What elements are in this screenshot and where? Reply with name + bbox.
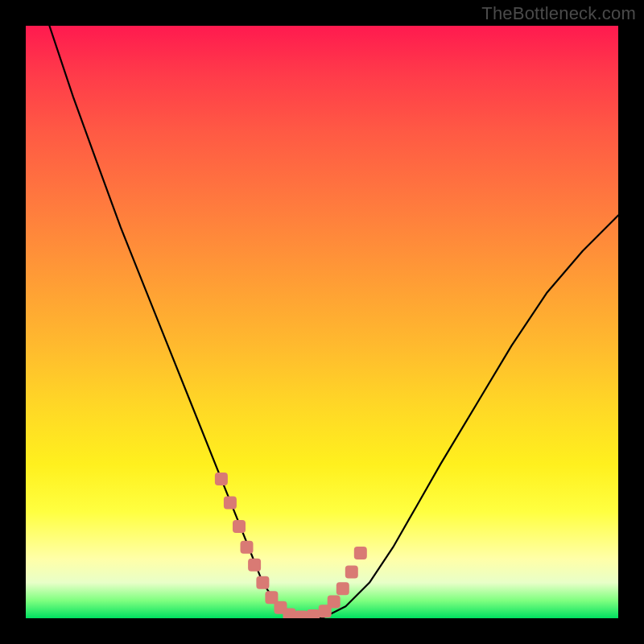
highlight-marker <box>283 609 296 618</box>
highlight-marker <box>256 576 269 589</box>
chart-frame: TheBottleneck.com <box>0 0 644 644</box>
highlight-marker <box>224 497 237 510</box>
highlight-marker <box>295 611 308 619</box>
highlight-marker <box>233 520 246 533</box>
watermark-text: TheBottleneck.com <box>481 3 636 24</box>
highlight-marker <box>241 541 254 554</box>
curve-layer <box>49 26 618 618</box>
highlight-marker <box>307 609 320 618</box>
chart-plot-area <box>26 26 618 618</box>
highlight-marker <box>328 595 341 608</box>
highlight-marker <box>336 582 349 595</box>
highlight-marker <box>248 559 261 572</box>
bottleneck-curve <box>49 26 618 618</box>
marker-layer <box>215 473 367 618</box>
highlight-marker <box>215 473 228 485</box>
chart-svg <box>26 26 618 618</box>
highlight-marker <box>345 566 358 579</box>
highlight-marker <box>354 547 367 559</box>
